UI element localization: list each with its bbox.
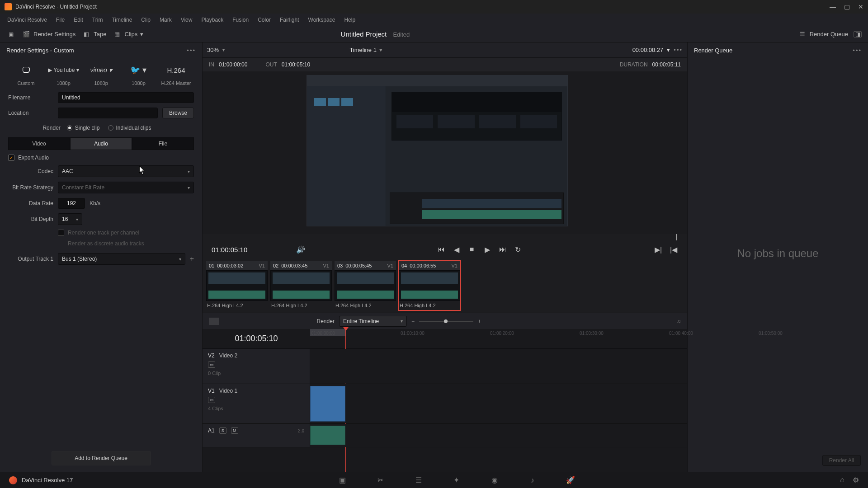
tab-file[interactable]: File: [132, 137, 194, 150]
preset-vimeo[interactable]: vimeo ▾ 1080p: [82, 62, 120, 86]
render-mode-label: Render: [42, 125, 60, 131]
track-a1[interactable]: A1 S M 2.0: [203, 424, 687, 447]
menu-item[interactable]: Help: [340, 16, 359, 24]
timeline-clip[interactable]: [310, 386, 345, 422]
deliver-page-icon[interactable]: 🚀: [565, 475, 576, 486]
render-settings-toggle[interactable]: 🎬 Render Settings: [22, 31, 75, 38]
timeline-view-icon[interactable]: [209, 318, 219, 325]
clapperboard-icon: 🎬: [22, 31, 31, 38]
preset-custom[interactable]: 🖵 Custom: [7, 62, 45, 86]
one-track-check[interactable]: Render one track per channel: [58, 230, 139, 236]
track-enable-icon[interactable]: ▭: [208, 361, 215, 368]
individual-clips-radio[interactable]: Individual clips: [108, 125, 151, 131]
clip-item[interactable]: 0300:00:05:45V1 H.264 High L4.2: [335, 261, 396, 310]
color-page-icon[interactable]: ◉: [489, 475, 500, 486]
close-icon[interactable]: ✕: [858, 3, 863, 10]
track-v1[interactable]: V1Video 1 ▭ 4 Clips: [203, 384, 687, 424]
music-icon[interactable]: ♫: [677, 318, 681, 324]
clip-item[interactable]: 0400:00:06:55V1 H.264 High L4.2: [399, 261, 460, 310]
render-queue-toggle[interactable]: ☰ Render Queue: [798, 31, 848, 38]
menu-dots-icon[interactable]: •••: [853, 47, 862, 54]
clip-item[interactable]: 0100:00:03:02V1 H.264 High L4.2: [206, 261, 268, 310]
viewer[interactable]: [203, 71, 687, 234]
zoom-slider[interactable]: [419, 321, 473, 322]
menu-item[interactable]: Color: [254, 16, 274, 24]
zoom-out-icon[interactable]: −: [411, 318, 415, 324]
minimize-icon[interactable]: —: [830, 3, 836, 10]
menu-item[interactable]: Clip: [137, 16, 154, 24]
menu-dots-icon[interactable]: •••: [674, 47, 683, 53]
solo-button[interactable]: S: [219, 427, 226, 434]
settings-icon[interactable]: ⚙: [853, 476, 859, 484]
preset-h264[interactable]: H.264 H.264 Master: [157, 62, 195, 86]
menu-item[interactable]: Edit: [70, 16, 87, 24]
tab-audio[interactable]: Audio: [70, 137, 132, 150]
viewer-tc[interactable]: 01:00:05:10: [212, 246, 247, 253]
clips-icon: ▦: [113, 31, 122, 38]
timecode-display[interactable]: 00:00:08:27: [632, 47, 664, 53]
bitdepth-select[interactable]: 16▾: [58, 213, 82, 225]
panel-header: Render Queue •••: [688, 42, 868, 58]
menu-item[interactable]: Mark: [156, 16, 175, 24]
menu-item[interactable]: Timeline: [108, 16, 136, 24]
add-track-icon[interactable]: +: [190, 255, 194, 263]
menu-item[interactable]: Workspace: [305, 16, 339, 24]
next-frame-icon[interactable]: ⏭: [498, 245, 507, 253]
preset-youtube[interactable]: ▶ YouTube ▾ 1080p: [45, 62, 82, 86]
prev-frame-icon[interactable]: ◀: [452, 245, 461, 254]
browse-button[interactable]: Browse: [162, 108, 194, 118]
output-track-label: Output Track 1: [8, 256, 58, 262]
dock-right-icon[interactable]: ◨: [854, 31, 862, 38]
menu-item[interactable]: Playback: [198, 16, 227, 24]
fairlight-page-icon[interactable]: ♪: [527, 475, 538, 486]
single-clip-radio[interactable]: Single clip: [67, 125, 100, 131]
location-input[interactable]: [58, 108, 158, 118]
location-label: Location: [8, 110, 58, 116]
media-page-icon[interactable]: ▣: [337, 475, 348, 486]
next-clip-icon[interactable]: |◀: [669, 245, 678, 254]
mute-button[interactable]: M: [231, 427, 238, 434]
preset-twitter[interactable]: 🐦 ▾ 1080p: [120, 62, 157, 86]
track-v2[interactable]: V2Video 2 ▭ 0 Clip: [203, 349, 687, 384]
output-track-select[interactable]: Bus 1 (Stereo)▾: [58, 253, 185, 265]
filename-input[interactable]: Untitled: [58, 92, 194, 103]
menu-item[interactable]: Fairlight: [276, 16, 303, 24]
track-enable-icon[interactable]: ▭: [208, 397, 215, 403]
fusion-page-icon[interactable]: ✦: [451, 475, 462, 486]
menu-dots-icon[interactable]: •••: [187, 47, 196, 54]
loop-icon[interactable]: ↻: [514, 245, 523, 254]
viewer-scrubber[interactable]: [203, 234, 687, 240]
play-icon[interactable]: ▶: [483, 245, 492, 254]
menu-item[interactable]: Trim: [89, 16, 107, 24]
menu-item[interactable]: View: [177, 16, 196, 24]
zoom-select[interactable]: 30%▾: [207, 47, 225, 53]
chevron-down-icon[interactable]: ▾: [667, 47, 670, 53]
tape-toggle[interactable]: ◧ Tape: [82, 31, 106, 38]
speaker-icon[interactable]: 🔊: [296, 245, 305, 254]
in-tc[interactable]: 01:00:00:00: [219, 61, 247, 68]
stop-icon[interactable]: ■: [467, 245, 476, 253]
codec-select[interactable]: AAC▾: [58, 165, 194, 177]
out-tc[interactable]: 01:00:05:10: [282, 61, 310, 68]
tl-scope-select[interactable]: Entire Timeline▾: [339, 316, 407, 327]
zoom-in-icon[interactable]: +: [478, 318, 481, 324]
first-frame-icon[interactable]: ⏮: [437, 245, 446, 253]
menu-item[interactable]: File: [52, 16, 68, 24]
menu-item[interactable]: Fusion: [229, 16, 252, 24]
clip-item[interactable]: 0200:00:03:45V1 H.264 High L4.2: [270, 261, 332, 310]
edit-page-icon[interactable]: ☰: [413, 475, 424, 486]
prev-clip-icon[interactable]: ▶|: [654, 245, 663, 254]
clips-toggle[interactable]: ▦ Clips ▾: [113, 31, 143, 38]
timeline-clip[interactable]: [310, 426, 345, 445]
add-to-queue-button[interactable]: Add to Render Queue: [52, 451, 151, 465]
maximize-icon[interactable]: ▢: [844, 3, 850, 10]
timeline-name[interactable]: Timeline 1▾: [349, 47, 382, 53]
export-audio-check[interactable]: ✓Export Audio: [8, 155, 49, 161]
timeline-ruler[interactable]: 01:00:05:10 01:00:00:00 01:00:10:00 01:0…: [203, 329, 687, 349]
tab-video[interactable]: Video: [8, 137, 70, 150]
dock-icon[interactable]: ▣: [6, 31, 15, 38]
home-icon[interactable]: ⌂: [840, 476, 844, 484]
menu-item[interactable]: DaVinci Resolve: [4, 16, 51, 24]
datarate-input[interactable]: 192: [58, 198, 85, 209]
cut-page-icon[interactable]: ✂: [375, 475, 386, 486]
